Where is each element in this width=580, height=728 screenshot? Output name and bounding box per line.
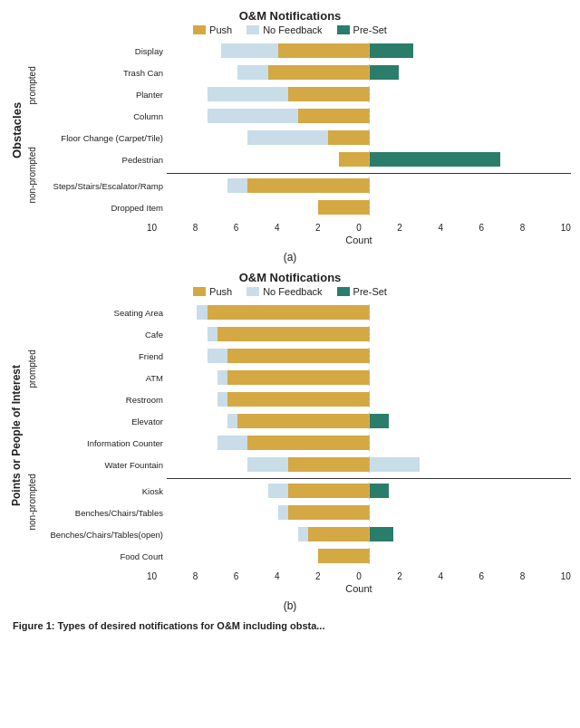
bar-label: Information Counter <box>40 438 167 448</box>
bar-center <box>167 326 571 342</box>
bar-seg-nofeedback-left <box>247 130 328 145</box>
bar-right-side <box>369 457 571 472</box>
bar-right-side <box>369 109 571 123</box>
bar-center <box>167 504 571 521</box>
bar-right-side <box>369 200 571 215</box>
zero-line <box>369 177 370 194</box>
bar-center <box>167 129 571 146</box>
zero-line <box>369 304 370 321</box>
chart-a-xaxis: 1086420246810 Count <box>147 223 571 245</box>
bar-center <box>167 526 571 542</box>
y-sublabels-b: prompted non-prompted <box>24 302 40 568</box>
table-row: Benches/Chairs/Tables <box>40 503 571 522</box>
chart-a: O&M Notifications PushNo FeedbackPre-Set… <box>9 9 571 263</box>
bar-left-side <box>167 43 369 58</box>
zero-line <box>369 199 370 216</box>
x-tick: 4 <box>438 571 443 581</box>
zero-line <box>369 391 370 407</box>
bar-seg-push-left <box>339 152 369 167</box>
bar-right-side <box>369 549 571 563</box>
bar-seg-preset-right <box>369 527 393 541</box>
table-row: Planter <box>40 84 571 104</box>
x-tick: 0 <box>356 223 362 233</box>
bar-left-side <box>167 484 369 498</box>
table-row: Kiosk <box>40 481 571 501</box>
bar-label: Water Fountain <box>40 460 167 470</box>
chart-a-xticks: 1086420246810 <box>147 223 571 233</box>
bar-center <box>167 199 571 216</box>
bar-right-side <box>369 178 571 193</box>
bar-right-side <box>369 327 571 341</box>
bar-seg-push-left <box>227 392 369 407</box>
zero-line <box>369 43 370 59</box>
bar-seg-nofeedback-left <box>278 505 288 520</box>
bar-center <box>167 391 571 407</box>
bar-seg-nofeedback-left <box>208 87 288 101</box>
bar-seg-push-left <box>308 527 369 541</box>
bar-seg-nofeedback-left <box>218 392 227 407</box>
bar-seg-nofeedback-right <box>369 457 420 472</box>
table-row: Display <box>40 41 571 61</box>
bar-seg-push-left <box>208 305 369 320</box>
bar-seg-nofeedback-left <box>218 436 247 450</box>
chart-b-xticks: 1086420246810 <box>147 571 571 581</box>
x-tick: 10 <box>561 223 571 233</box>
bar-seg-push-left <box>227 349 369 363</box>
bar-right-side <box>369 436 571 450</box>
zero-line <box>369 483 370 499</box>
bar-right-side <box>369 130 571 145</box>
bar-seg-nofeedback-left <box>208 349 227 363</box>
chart-b: O&M Notifications PushNo FeedbackPre-Set… <box>9 271 571 612</box>
legend-item: Pre-Set <box>337 24 387 35</box>
bar-seg-push-left <box>288 484 369 498</box>
bar-center <box>167 64 571 81</box>
table-row: ATM <box>40 368 571 388</box>
x-tick: 6 <box>479 571 485 581</box>
legend-item: Push <box>193 286 232 297</box>
zero-line <box>369 326 370 342</box>
x-tick: 0 <box>356 571 362 581</box>
bar-right-side <box>369 505 571 520</box>
bar-seg-preset-right <box>369 65 399 80</box>
figure-caption: Figure 1: Types of desired notifications… <box>9 619 571 633</box>
table-row: Elevator <box>40 411 571 431</box>
bar-right-side <box>369 152 571 167</box>
bar-right-side <box>369 65 571 80</box>
legend-swatch <box>193 287 206 296</box>
bar-label: Benches/Chairs/Tables(open) <box>40 530 167 540</box>
bar-right-side <box>369 527 571 541</box>
table-row: Trash Can <box>40 62 571 82</box>
bar-right-side <box>369 43 571 58</box>
zero-line <box>369 504 370 521</box>
chart-a-legend: PushNo FeedbackPre-Set <box>9 24 571 35</box>
table-row: Pedestrian <box>40 149 571 169</box>
sublabel-prompted-b: prompted <box>24 302 40 436</box>
bar-seg-push-left <box>247 178 369 193</box>
chart-a-title: O&M Notifications <box>9 9 571 23</box>
legend-label: No Feedback <box>263 24 322 35</box>
legend-item: Pre-Set <box>337 286 387 297</box>
chart-b-xaxis-container: 1086420246810 Count <box>9 571 571 594</box>
table-row: Restroom <box>40 389 571 409</box>
bar-seg-push-left <box>218 327 369 341</box>
legend-label: No Feedback <box>263 286 322 297</box>
bar-label: Seating Area <box>40 308 167 318</box>
bar-label: Steps/Stairs/Escalator/Ramp <box>40 181 167 191</box>
bar-seg-nofeedback-left <box>227 178 247 193</box>
legend-swatch <box>193 25 206 34</box>
bar-seg-push-left <box>227 370 369 385</box>
bar-label: Kiosk <box>40 486 167 496</box>
bar-right-side <box>369 370 571 385</box>
x-tick: 6 <box>234 223 239 233</box>
table-row: Food Court <box>40 546 571 566</box>
x-tick: 8 <box>520 571 526 581</box>
legend-swatch <box>246 25 259 34</box>
bar-seg-push-left <box>237 414 369 428</box>
x-tick: 2 <box>315 223 321 233</box>
legend-swatch <box>246 287 259 296</box>
bar-left-side <box>167 414 369 428</box>
bar-right-side <box>369 414 571 428</box>
legend-label: Push <box>209 286 232 297</box>
bar-seg-push-left <box>268 65 370 80</box>
table-row: Friend <box>40 346 571 366</box>
